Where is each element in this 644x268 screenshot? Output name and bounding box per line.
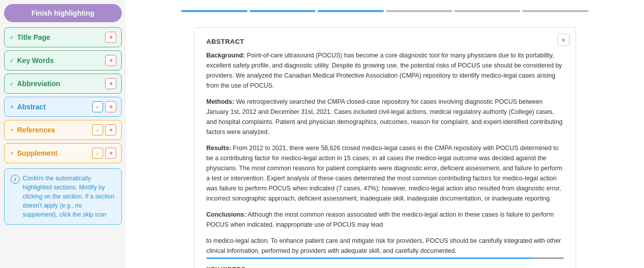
info-box: i Confirm the automatically highlighted … [4,168,122,225]
underline-blue [206,257,531,259]
title-page-icons [105,32,116,43]
abbreviation-skip-icon[interactable] [105,78,116,89]
key-words-title: KEY WORDS [206,266,564,268]
key-words-label: Key Words [17,56,54,64]
progress-bar-1 [181,10,248,12]
references-icons: ✓ [92,124,116,136]
info-icon: i [11,175,20,184]
methods-paragraph: Methods: We retrospectively searched the… [206,97,564,137]
check-corner-icon: ✓ [10,34,14,41]
underline-gray [531,257,564,259]
progress-bar-6 [522,10,589,12]
star-corner-icon2: ✦ [10,127,14,133]
supplement-icons: ✓ [92,148,116,159]
abstract-title: ABSTRACT [206,38,564,45]
supplement-check-icon[interactable]: ✓ [92,148,103,159]
progress-bars [141,10,629,12]
methods-label: Methods: [206,98,234,105]
sidebar-item-abbreviation[interactable]: ✓ Abbreviation [4,74,122,94]
references-check-icon[interactable]: ✓ [92,124,103,136]
key-words-icons [105,55,116,66]
results-paragraph: Results: From 2012 to 2021, there were 5… [206,143,564,204]
sidebar-item-supplement[interactable]: ✦ Supplement ✓ [4,143,122,163]
progress-bar-2 [250,10,316,12]
star-corner-icon3: ✦ [10,150,14,157]
finish-highlighting-button[interactable]: Finish highlighting [4,4,122,22]
references-label: References [17,126,55,134]
results-label: Results: [206,145,231,152]
underline-decoration [206,257,564,259]
sidebar-item-abstract[interactable]: ✦ Abstract ✓ [4,97,122,117]
background-text: Point-of-care ultrasound (POCUS) has bec… [206,52,562,89]
abstract-icons: ✓ [92,101,116,112]
background-paragraph: Background: Point-of-care ultrasound (PO… [206,50,564,91]
check-corner-icon3: ✓ [10,81,14,87]
references-skip-icon[interactable] [105,124,116,136]
conclusions-text: Although the most common reason associat… [206,211,554,228]
close-button[interactable]: × [557,34,570,46]
progress-bar-3 [317,10,384,12]
abstract-skip-icon[interactable] [105,101,116,112]
key-words-skip-icon[interactable] [105,55,116,66]
abstract-label: Abstract [17,103,46,111]
sidebar-item-references[interactable]: ✦ References ✓ [4,120,122,140]
results-text: From 2012 to 2021, there were 58,626 clo… [206,145,562,202]
supplement-skip-icon[interactable] [105,148,116,159]
main-content: × ABSTRACT Background: Point-of-care ult… [126,0,644,268]
abstract-check-icon[interactable]: ✓ [92,101,103,112]
progress-bar-4 [386,10,452,12]
sidebar-item-key-words[interactable]: ✓ Key Words [4,50,122,71]
star-corner-icon: ✦ [10,104,14,110]
supplement-label: Supplement [17,149,57,157]
conclusions-text-continued: to medico-legal action. To enhance patie… [206,236,564,259]
sidebar-item-title-page[interactable]: ✓ Title Page [4,27,122,47]
document-panel: × ABSTRACT Background: Point-of-care ult… [194,27,576,268]
background-label: Background: [206,52,245,59]
info-text: Confirm the automatically highlighted se… [23,174,115,219]
progress-bar-5 [454,10,521,12]
sidebar: Finish highlighting ✓ Title Page ✓ Key W… [0,0,126,268]
check-corner-icon2: ✓ [10,57,14,64]
conclusions-continued: to medico-legal action. To enhance patie… [206,236,564,259]
conclusions-label: Conclusions: [206,211,246,218]
title-page-label: Title Page [17,33,50,41]
abbreviation-icons [105,78,116,89]
conclusions-paragraph: Conclusions: Although the most common re… [206,210,564,230]
abbreviation-label: Abbreviation [17,80,60,88]
methods-text: We retrospectively searched the CMPA clo… [206,98,562,136]
title-page-skip-icon[interactable] [105,32,116,43]
